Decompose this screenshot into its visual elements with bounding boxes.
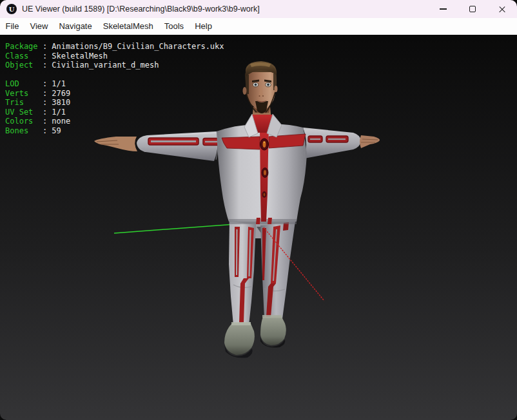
window-controls <box>428 0 517 18</box>
viewport-3d[interactable]: Package:Animations/B9_Civilian_Character… <box>0 35 517 420</box>
info-label: LOD <box>5 79 43 89</box>
info-row-colors: Colors:none <box>5 117 224 126</box>
info-value: 2769 <box>52 89 70 98</box>
info-row-class: Class:SkeletalMesh <box>5 52 224 61</box>
maximize-icon <box>469 6 476 12</box>
window-title: UE Viewer (build 1589) [D:\Researching\B… <box>22 5 260 14</box>
info-label: Verts <box>5 89 43 99</box>
info-separator: : <box>43 52 47 61</box>
info-separator: : <box>43 42 47 51</box>
info-row-uvset: UV Set:1/1 <box>5 108 224 117</box>
info-label: Colors <box>5 117 43 126</box>
minimize-icon <box>440 8 447 9</box>
mesh-stats-block: LOD:1/1 Verts:2769 Tris:3810 UV Set:1/1 … <box>5 79 224 135</box>
menu-file[interactable]: File <box>0 18 24 35</box>
info-row-lod: LOD:1/1 <box>5 79 224 89</box>
minimize-button[interactable] <box>428 0 458 18</box>
info-value: 1/1 <box>52 79 66 88</box>
menu-navigate[interactable]: Navigate <box>54 18 97 35</box>
menu-skeletalmesh[interactable]: SkeletalMesh <box>97 18 159 35</box>
info-label: Class <box>5 52 43 61</box>
model-head <box>243 61 278 113</box>
info-label: Bones <box>5 126 43 136</box>
menu-tools[interactable]: Tools <box>159 18 189 35</box>
app-logo-icon[interactable]: U <box>6 4 17 14</box>
info-value: 1/1 <box>52 108 66 117</box>
mesh-info-block: Package:Animations/B9_Civilian_Character… <box>5 42 224 70</box>
info-separator: : <box>43 126 47 135</box>
close-icon <box>498 5 507 14</box>
info-separator: : <box>43 89 47 98</box>
model-left-arm <box>94 131 222 161</box>
info-label: Tris <box>5 98 43 108</box>
info-row-package: Package:Animations/B9_Civilian_Character… <box>5 42 224 52</box>
info-value: SkeletalMesh <box>52 52 108 61</box>
mesh-info-overlay: Package:Animations/B9_Civilian_Character… <box>5 42 224 135</box>
info-row-verts: Verts:2769 <box>5 89 224 99</box>
info-label: Object <box>5 61 43 70</box>
info-value: Civilian_variant_d_mesh <box>52 61 159 70</box>
info-label: UV Set <box>5 108 43 117</box>
ue-viewer-window: U UE Viewer (build 1589) [D:\Researching… <box>0 0 517 420</box>
info-separator: : <box>43 61 47 70</box>
info-value: 3810 <box>52 98 70 107</box>
info-value: Animations/B9_Civilian_Characters.ukx <box>52 42 224 51</box>
info-separator: : <box>43 79 47 88</box>
model-torso <box>216 124 307 224</box>
model-right-arm <box>303 128 380 158</box>
info-value: 59 <box>52 126 61 135</box>
model-legs <box>229 220 295 325</box>
info-row-object: Object:Civilian_variant_d_mesh <box>5 61 224 70</box>
info-row-bones: Bones:59 <box>5 126 224 136</box>
info-block-gap <box>5 70 224 80</box>
info-separator: : <box>43 117 47 126</box>
menu-help[interactable]: Help <box>190 18 218 35</box>
menu-view[interactable]: View <box>24 18 54 35</box>
info-separator: : <box>43 98 47 107</box>
info-separator: : <box>43 108 47 117</box>
menubar: File View Navigate SkeletalMesh Tools He… <box>0 18 517 35</box>
titlebar: U UE Viewer (build 1589) [D:\Researching… <box>0 0 517 18</box>
info-row-tris: Tris:3810 <box>5 98 224 108</box>
info-value: none <box>52 117 70 126</box>
info-label: Package <box>5 42 43 52</box>
maximize-button[interactable] <box>458 0 487 18</box>
close-button[interactable] <box>487 0 517 18</box>
